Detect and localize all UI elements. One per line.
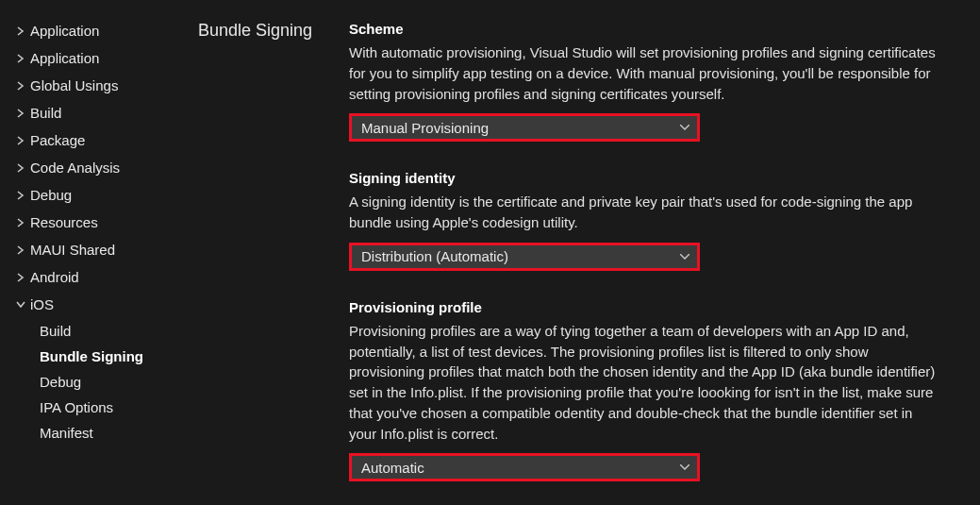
- sidebar-item-label: Debug: [30, 187, 72, 203]
- chevron-down-icon: [680, 464, 689, 470]
- chevron-right-icon: [13, 273, 28, 282]
- sidebar-item-label: MAUI Shared: [30, 242, 115, 258]
- sidebar-item-label: Code Analysis: [30, 160, 120, 176]
- sidebar-item-build[interactable]: Build: [9, 99, 198, 126]
- chevron-down-icon: [680, 125, 689, 130]
- sidebar-item-maui-shared[interactable]: MAUI Shared: [9, 236, 198, 263]
- section-title: Bundle Signing: [198, 0, 349, 505]
- sidebar-subitem-build[interactable]: Build: [36, 318, 198, 344]
- sidebar-subitem-debug[interactable]: Debug: [36, 369, 198, 395]
- sidebar-item-application[interactable]: Application: [9, 17, 198, 44]
- sidebar-item-android[interactable]: Android: [9, 263, 198, 291]
- signing-identity-dropdown[interactable]: Distribution (Automatic): [349, 243, 700, 271]
- scheme-label: Scheme: [349, 21, 961, 37]
- signing-identity-group: Signing identity A signing identity is t…: [349, 170, 961, 271]
- sidebar-item-label: iOS: [30, 296, 54, 312]
- scheme-dropdown[interactable]: Manual Provisioning: [349, 113, 700, 142]
- main-panel: Scheme With automatic provisioning, Visu…: [349, 0, 980, 505]
- chevron-right-icon: [13, 26, 28, 36]
- sidebar-item-label: Application: [30, 23, 99, 39]
- sidebar-item-label: Global Usings: [30, 77, 118, 93]
- signing-identity-dropdown-value: Distribution (Automatic): [361, 248, 508, 264]
- sidebar-item-label: Build: [30, 105, 61, 121]
- sidebar-subitem-manifest[interactable]: Manifest: [36, 420, 198, 446]
- chevron-right-icon: [13, 81, 28, 91]
- sidebar-item-ios[interactable]: iOS: [9, 291, 198, 318]
- chevron-down-icon: [680, 254, 689, 260]
- sidebar-subitem-bundle-signing[interactable]: Bundle Signing: [36, 344, 198, 369]
- sidebar-item-label: Application: [30, 50, 99, 66]
- sidebar-item-resources[interactable]: Resources: [9, 209, 198, 236]
- chevron-right-icon: [13, 163, 28, 173]
- provisioning-profile-label: Provisioning profile: [349, 299, 961, 315]
- provisioning-profile-group: Provisioning profile Provisioning profil…: [349, 299, 961, 482]
- sidebar-item-global-usings[interactable]: Global Usings: [9, 72, 198, 99]
- sidebar-item-debug[interactable]: Debug: [9, 181, 198, 209]
- scheme-group: Scheme With automatic provisioning, Visu…: [349, 21, 961, 142]
- scheme-desc: With automatic provisioning, Visual Stud…: [349, 42, 943, 104]
- sidebar-item-label: Resources: [30, 214, 98, 230]
- provisioning-profile-dropdown[interactable]: Automatic: [349, 453, 700, 481]
- sidebar-subitem-ipa-options[interactable]: IPA Options: [36, 395, 198, 420]
- chevron-right-icon: [13, 300, 28, 310]
- chevron-right-icon: [13, 191, 28, 200]
- sidebar-item-label: Package: [30, 132, 85, 148]
- chevron-right-icon: [13, 218, 28, 227]
- sidebar-item-package[interactable]: Package: [9, 126, 198, 154]
- sidebar-item-application[interactable]: Application: [9, 44, 198, 72]
- sidebar-item-label: Android: [30, 269, 79, 285]
- chevron-right-icon: [13, 109, 28, 118]
- scheme-dropdown-value: Manual Provisioning: [361, 120, 489, 136]
- sidebar: ApplicationApplicationGlobal UsingsBuild…: [0, 0, 198, 505]
- provisioning-profile-dropdown-value: Automatic: [361, 460, 424, 476]
- signing-identity-desc: A signing identity is the certificate an…: [349, 192, 943, 233]
- provisioning-profile-desc: Provisioning profiles are a way of tying…: [349, 321, 943, 445]
- chevron-right-icon: [13, 136, 28, 145]
- signing-identity-label: Signing identity: [349, 170, 961, 186]
- sidebar-item-code-analysis[interactable]: Code Analysis: [9, 154, 198, 181]
- chevron-right-icon: [13, 245, 28, 255]
- chevron-right-icon: [13, 54, 28, 63]
